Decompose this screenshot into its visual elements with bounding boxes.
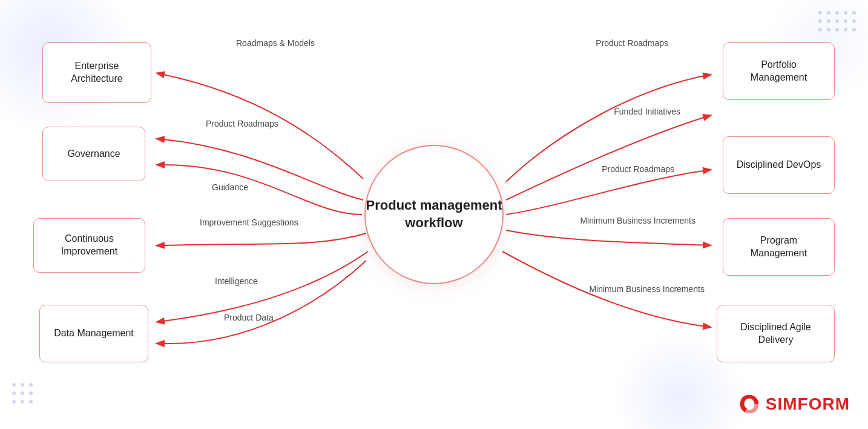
- node-portfolio-management: Portfolio Management: [723, 42, 835, 100]
- label-min-business-inc-bottom: Minimum Business Increments: [589, 284, 705, 294]
- label-intelligence: Intelligence: [215, 276, 258, 287]
- node-continuous-improvement: Continuous Improvement: [33, 218, 145, 273]
- label-min-business-inc-top: Minimum Business Increments: [580, 215, 695, 226]
- label-product-roadmaps-right-mid: Product Roadmaps: [602, 164, 674, 175]
- dots-decoration-bl: [12, 383, 34, 405]
- label-improvement-suggestions: Improvement Suggestions: [200, 217, 298, 228]
- label-product-roadmaps-left-top: Product Roadmaps: [206, 118, 278, 129]
- center-circle: Product management workflow: [364, 145, 504, 284]
- label-product-roadmaps-right-top: Product Roadmaps: [596, 38, 668, 48]
- label-funded-initiatives: Funded Initiatives: [614, 106, 680, 117]
- simform-logo-icon: [738, 393, 761, 416]
- simform-logo: SIMFORM: [738, 393, 850, 416]
- node-disciplined-agile: Disciplined Agile Delivery: [717, 305, 835, 362]
- node-enterprise-architecture: Enterprise Architecture: [42, 42, 151, 103]
- node-disciplined-devops: Disciplined DevOps: [723, 136, 835, 194]
- node-data-management: Data Management: [39, 305, 148, 362]
- label-product-data: Product Data: [224, 312, 274, 323]
- node-governance: Governance: [42, 127, 145, 181]
- center-circle-title: Product management workflow: [366, 197, 502, 231]
- node-program-management: Program Management: [723, 218, 835, 276]
- label-guidance: Guidance: [212, 182, 248, 193]
- simform-brand-text: SIMFORM: [766, 394, 850, 414]
- label-roadmaps-models: Roadmaps & Models: [236, 38, 315, 48]
- dots-decoration-tr: [818, 11, 857, 33]
